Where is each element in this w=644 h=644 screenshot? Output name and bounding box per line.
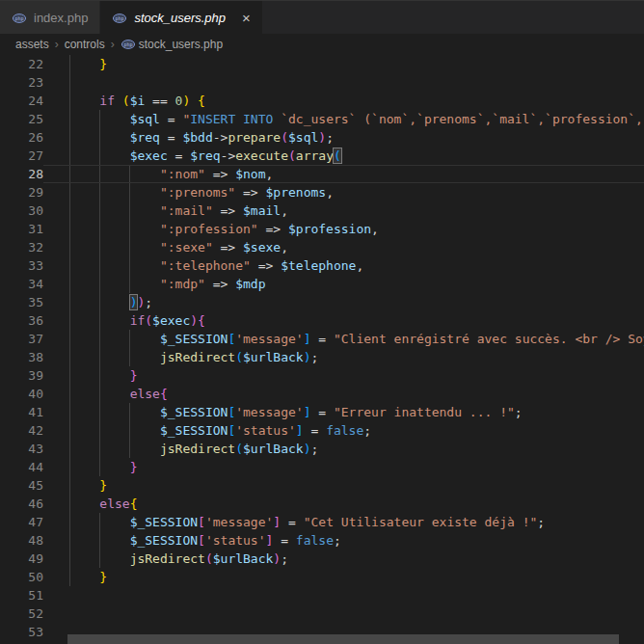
line-number: 22 [0, 55, 43, 73]
line-number: 31 [0, 220, 43, 238]
breadcrumb-item-controls[interactable]: controls [65, 38, 105, 51]
line-number: 46 [0, 495, 43, 513]
code-line-text: ":prenoms" => $prenoms, [43, 183, 644, 201]
code-line[interactable]: 34 ":mdp" => $mdp [0, 275, 644, 293]
code-line-text: )); [43, 293, 644, 311]
code-line[interactable]: 39 } [0, 366, 644, 385]
code-line[interactable]: 33 ":telephone" => $telephone, [0, 256, 644, 275]
line-number: 42 [0, 421, 43, 440]
code-line[interactable]: 44 } [0, 458, 644, 476]
code-line[interactable]: 41 $_SESSION['message'] = "Erreur inatte… [0, 403, 644, 421]
tab-index-php[interactable]: php index.php [0, 1, 100, 35]
vscode-window: php index.php php stock_users.php × asse… [0, 0, 644, 644]
code-line[interactable]: 47 $_SESSION['message'] = "Cet Utilisate… [0, 513, 644, 531]
line-number: 23 [0, 73, 43, 92]
code-lines: 22 }2324 if ($i == 0) {25 $sql = "INSERT… [0, 55, 644, 641]
code-line[interactable]: 32 ":sexe" => $sexe, [0, 238, 644, 256]
code-line[interactable]: 23 [0, 73, 644, 92]
code-editor[interactable]: 22 }2324 if ($i == 0) {25 $sql = "INSERT… [0, 55, 644, 644]
code-line[interactable]: 43 jsRedirect($urlBack); [0, 440, 644, 458]
breadcrumb-file-label: stock_users.php [139, 38, 223, 51]
code-line-text: ":sexe" => $sexe, [43, 238, 644, 256]
editor-tab-bar: php index.php php stock_users.php × [0, 0, 644, 34]
code-line-text: $_SESSION['status'] = false; [43, 531, 644, 550]
line-number: 32 [0, 238, 43, 256]
line-number: 45 [0, 476, 43, 495]
line-number: 39 [0, 366, 43, 385]
code-line[interactable]: 45 } [0, 476, 644, 495]
tab-label: stock_users.php [134, 11, 226, 25]
code-line[interactable]: 22 } [0, 55, 644, 73]
code-line-text: } [43, 568, 644, 586]
code-line-text: ":mdp" => $mdp [43, 275, 644, 293]
code-line-text: else{ [43, 385, 644, 403]
svg-text:php: php [116, 15, 124, 22]
line-number: 49 [0, 550, 43, 568]
code-line[interactable]: 31 ":profession" => $profession, [0, 220, 644, 238]
code-line-text: ":nom" => $nom, [43, 165, 644, 183]
code-line-text: ":profession" => $profession, [43, 220, 644, 238]
line-number: 26 [0, 128, 43, 147]
code-line[interactable]: 25 $sql = "INSERT INTO `dc_users` (`nom`… [0, 110, 644, 128]
code-line[interactable]: 27 $exec = $req->execute(array( [0, 147, 644, 165]
code-line[interactable]: 37 $_SESSION['message'] = "Client enrégi… [0, 330, 644, 348]
code-line-text: $_SESSION['message'] = "Cet Utilisateur … [43, 513, 644, 531]
php-file-icon: php [12, 12, 27, 25]
code-line-text: $exec = $req->execute(array( [43, 147, 644, 165]
code-line[interactable]: 42 $_SESSION['status'] = false; [0, 421, 644, 440]
code-line-text: ":mail" => $mail, [43, 201, 644, 220]
line-number: 28 [0, 165, 43, 183]
line-number: 27 [0, 147, 43, 165]
code-line-text: $_SESSION['status'] = false; [43, 421, 644, 440]
code-line[interactable]: 30 ":mail" => $mail, [0, 201, 644, 220]
line-number: 29 [0, 183, 43, 201]
code-line[interactable]: 26 $req = $bdd->prepare($sql); [0, 128, 644, 147]
code-line-text: if ($i == 0) { [43, 92, 644, 110]
php-file-icon: php [121, 38, 136, 51]
chevron-right-icon: › [53, 38, 61, 51]
line-number: 24 [0, 92, 43, 110]
tab-stock-users-php[interactable]: php stock_users.php × [100, 1, 261, 35]
code-line-text: jsRedirect($urlBack); [43, 440, 644, 458]
code-line[interactable]: 24 if ($i == 0) { [0, 92, 644, 110]
line-number: 52 [0, 604, 43, 623]
code-line[interactable]: 49 jsRedirect($urlBack); [0, 550, 644, 568]
breadcrumb-item-assets[interactable]: assets [15, 38, 49, 51]
code-line[interactable]: 38 jsRedirect($urlBack); [0, 348, 644, 366]
code-line-text: $req = $bdd->prepare($sql); [43, 128, 644, 147]
code-line-text [43, 604, 644, 623]
code-line-text [43, 586, 644, 604]
code-line-text: jsRedirect($urlBack); [43, 348, 644, 366]
code-line[interactable]: 28 ":nom" => $nom, [0, 165, 644, 183]
code-line[interactable]: 50 } [0, 568, 644, 586]
code-line-text: ":telephone" => $telephone, [43, 256, 644, 275]
line-number: 44 [0, 458, 43, 476]
line-number: 38 [0, 348, 43, 366]
line-number: 47 [0, 513, 43, 531]
code-line-text: $_SESSION['message'] = "Client enrégistr… [43, 330, 644, 348]
close-tab-icon[interactable]: × [242, 11, 251, 25]
line-number: 34 [0, 275, 43, 293]
code-line[interactable]: 48 $_SESSION['status'] = false; [0, 531, 644, 550]
code-line[interactable]: 40 else{ [0, 385, 644, 403]
line-number: 36 [0, 311, 43, 330]
line-number: 40 [0, 385, 43, 403]
breadcrumb: assets › controls › php stock_users.php [0, 34, 644, 55]
code-line-text: } [43, 476, 644, 495]
line-number: 41 [0, 403, 43, 421]
code-line[interactable]: 35 )); [0, 293, 644, 311]
line-number: 43 [0, 440, 43, 458]
line-number: 37 [0, 330, 43, 348]
breadcrumb-item-file[interactable]: php stock_users.php [121, 38, 223, 51]
scrollbar-thumb[interactable] [67, 634, 619, 644]
code-line-text: else{ [43, 495, 644, 513]
code-line[interactable]: 36 if($exec){ [0, 311, 644, 330]
code-line-text: $sql = "INSERT INTO `dc_users` (`nom`,`p… [43, 110, 644, 128]
code-line[interactable]: 46 else{ [0, 495, 644, 513]
code-line[interactable]: 51 [0, 586, 644, 604]
php-file-icon: php [112, 12, 127, 25]
code-line[interactable]: 52 [0, 604, 644, 623]
code-line[interactable]: 29 ":prenoms" => $prenoms, [0, 183, 644, 201]
code-line-text: if($exec){ [43, 311, 644, 330]
svg-text:php: php [123, 41, 132, 48]
